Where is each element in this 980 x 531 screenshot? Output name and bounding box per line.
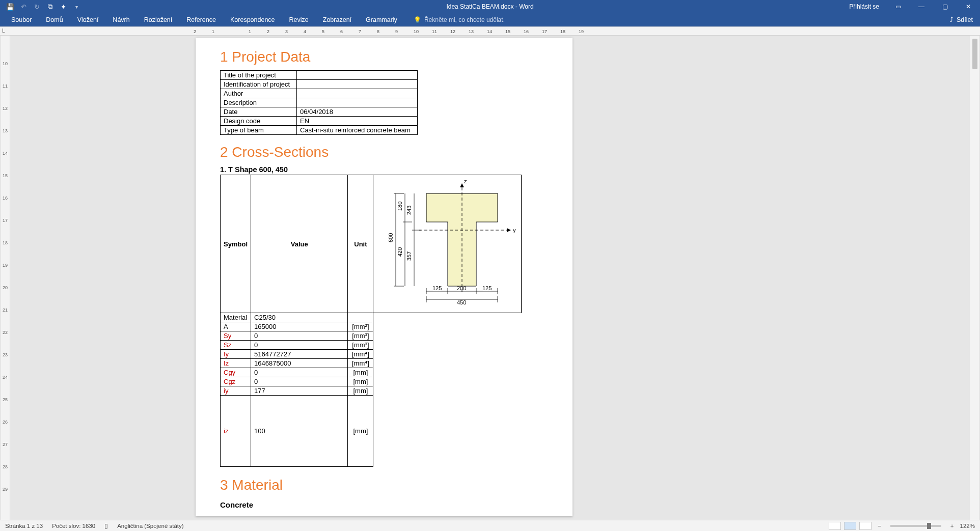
table-row: Iy5164772727[mm⁴]: [221, 350, 522, 359]
zoom-percentage[interactable]: 122%: [960, 523, 975, 529]
header-symbol: Symbol: [221, 175, 251, 313]
ruler-corner: L: [2, 28, 5, 34]
axis-z-label: z: [464, 178, 467, 184]
vertical-scrollbar[interactable]: [970, 36, 979, 520]
redo-icon[interactable]: ↻: [33, 3, 41, 11]
project-data-table: Title of the projectIdentification of pr…: [220, 70, 418, 135]
document-workspace: 1011121314151617181920212223242526272829…: [0, 36, 980, 520]
axis-y-label: y: [513, 227, 516, 233]
dim-180: 180: [397, 202, 403, 211]
document-page: 1 Project Data Title of the projectIdent…: [196, 38, 573, 516]
dim-125b: 125: [482, 285, 492, 291]
status-page[interactable]: Stránka 1 z 13: [5, 523, 43, 529]
cross-section-title: 1. T Shape 600, 450: [220, 165, 548, 174]
lightbulb-icon: 💡: [414, 16, 421, 23]
status-words[interactable]: Počet slov: 1630: [52, 523, 95, 529]
status-bar: Stránka 1 z 13 Počet slov: 1630 ▯ Anglič…: [0, 520, 980, 531]
table-row: Sz0[mm³]: [221, 341, 522, 350]
view-read-mode[interactable]: [829, 522, 841, 530]
svg-marker-4: [460, 183, 464, 187]
tab-vlozeni[interactable]: Vložení: [70, 13, 106, 26]
table-row: Cgz0[mm]: [221, 377, 522, 386]
signin-button[interactable]: Přihlásit se: [842, 3, 886, 10]
cross-section-table: Symbol Value Unit y: [220, 175, 522, 467]
table-row: Type of beamCast-in-situ reinforced conc…: [221, 126, 418, 135]
share-icon: ⤴: [950, 16, 954, 23]
document-title: Idea StatiCa BEAM.docx - Word: [446, 3, 533, 10]
table-row: iz100[mm]: [221, 396, 522, 467]
maximize-icon[interactable]: ▢: [933, 0, 957, 13]
table-row: Author: [221, 89, 418, 98]
share-label: Sdílet: [957, 16, 973, 23]
zoom-slider[interactable]: [890, 525, 941, 527]
scrollbar-thumb[interactable]: [972, 39, 977, 69]
tellme-search[interactable]: 💡 Řekněte mi, co chcete udělat.: [404, 16, 505, 23]
tab-domu[interactable]: Domů: [39, 13, 70, 26]
tab-revize[interactable]: Revize: [282, 13, 316, 26]
save-icon[interactable]: 💾: [6, 3, 14, 11]
addin-icon[interactable]: ✦: [59, 3, 67, 11]
table-row: MaterialC25/30: [221, 313, 522, 322]
table-row: Design codeEN: [221, 117, 418, 126]
tab-rozlozeni[interactable]: Rozložení: [137, 13, 180, 26]
dim-420: 420: [397, 247, 403, 257]
dim-243: 243: [406, 206, 412, 215]
zoom-out-button[interactable]: −: [875, 523, 884, 529]
dim-600: 600: [388, 233, 394, 242]
diagram-cell: y z: [373, 175, 522, 313]
svg-marker-2: [507, 228, 511, 232]
zoom-knob[interactable]: [927, 523, 931, 529]
zoom-in-button[interactable]: +: [947, 523, 957, 529]
table-row: A165000[mm²]: [221, 322, 522, 331]
table-row: Title of the project: [221, 71, 418, 80]
header-value: Value: [251, 175, 348, 313]
status-language[interactable]: Angličtina (Spojené státy): [117, 523, 183, 529]
header-unit: Unit: [348, 175, 373, 313]
minimize-icon[interactable]: —: [910, 0, 933, 13]
view-web-layout[interactable]: [859, 522, 872, 530]
tab-zobrazeni[interactable]: Zobrazení: [316, 13, 359, 26]
ribbon-options-icon[interactable]: ▭: [886, 0, 910, 13]
table-row: Date06/04/2018: [221, 107, 418, 117]
close-icon[interactable]: ✕: [957, 0, 980, 13]
concrete-heading: Concrete: [220, 500, 548, 509]
touch-mode-icon[interactable]: ⧉: [46, 3, 54, 11]
horizontal-ruler[interactable]: L 2112345678910111213141516171819: [0, 26, 980, 36]
table-row: iy177[mm]: [221, 386, 522, 396]
dim-357: 357: [406, 251, 412, 261]
dim-450: 450: [457, 299, 466, 305]
tab-navrh[interactable]: Návrh: [105, 13, 137, 26]
tellme-placeholder: Řekněte mi, co chcete udělat.: [424, 16, 505, 23]
heading-project-data: 1 Project Data: [220, 49, 548, 65]
qat-customize-icon[interactable]: ▾: [72, 3, 80, 11]
table-row: Identification of project: [221, 80, 418, 89]
table-row: Description: [221, 98, 418, 107]
share-button[interactable]: ⤴ Sdílet: [950, 16, 973, 23]
table-row: Cgy0[mm]: [221, 368, 522, 377]
titlebar: 💾 ↶ ↻ ⧉ ✦ ▾ Idea StatiCa BEAM.docx - Wor…: [0, 0, 980, 13]
dim-125a: 125: [432, 285, 442, 291]
table-row: Iz1646875000[mm⁴]: [221, 359, 522, 368]
tab-grammarly[interactable]: Grammarly: [359, 13, 404, 26]
undo-icon[interactable]: ↶: [19, 3, 28, 11]
quick-access-toolbar: 💾 ↶ ↻ ⧉ ✦ ▾: [0, 3, 80, 11]
tab-korespondence[interactable]: Korespondence: [223, 13, 282, 26]
heading-material: 3 Material: [220, 477, 548, 493]
heading-cross-sections: 2 Cross-Sections: [220, 144, 548, 160]
cross-section-diagram: y z: [373, 175, 520, 313]
tab-reference[interactable]: Reference: [179, 13, 223, 26]
table-row: Sy0[mm³]: [221, 331, 522, 341]
dim-200: 200: [457, 285, 466, 291]
tab-soubor[interactable]: Soubor: [4, 13, 39, 26]
ribbon-tabs: Soubor Domů Vložení Návrh Rozložení Refe…: [0, 13, 980, 26]
vertical-ruler[interactable]: 1011121314151617181920212223242526272829: [1, 36, 10, 520]
view-print-layout[interactable]: [844, 522, 856, 530]
proofing-icon[interactable]: ▯: [104, 522, 108, 529]
